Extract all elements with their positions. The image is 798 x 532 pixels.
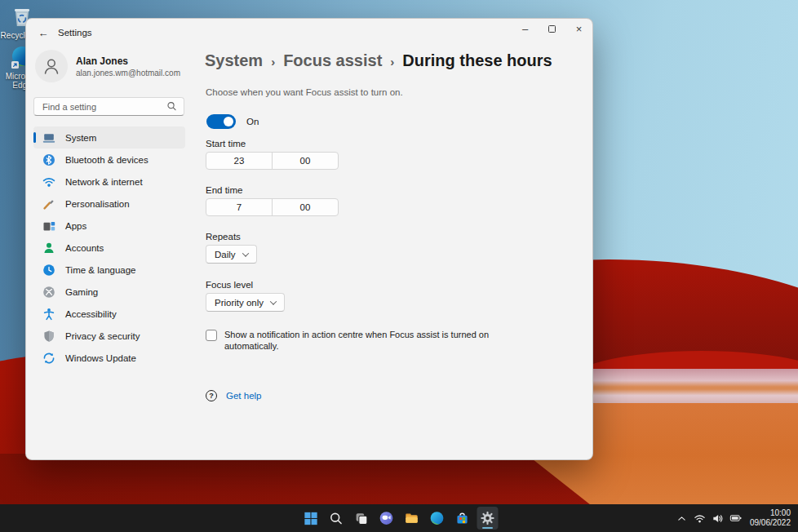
toggle-state-label: On — [246, 117, 259, 126]
sidebar-item-bluetooth-devices[interactable]: Bluetooth & devices — [33, 149, 185, 171]
tray-network-button[interactable] — [694, 512, 706, 525]
system-tray: 10:00 09/06/2022 — [676, 504, 798, 532]
active-app-indicator — [482, 527, 493, 530]
battery-icon — [729, 512, 742, 525]
repeats-dropdown[interactable]: Daily — [206, 245, 257, 264]
store-icon — [455, 511, 470, 525]
repeats-value: Daily — [215, 250, 236, 259]
sidebar-item-privacy-security[interactable]: Privacy & security — [33, 325, 185, 347]
help-icon: ? — [206, 390, 217, 401]
sidebar-item-label: Gaming — [65, 287, 98, 297]
toggle-knob — [224, 117, 233, 126]
person-icon — [42, 56, 61, 76]
task-view-icon — [354, 512, 368, 525]
end-time-hour[interactable]: 7 — [206, 199, 272, 215]
file-explorer-button[interactable] — [401, 507, 423, 530]
tray-battery-button[interactable] — [729, 512, 742, 525]
clock-time: 10:00 — [770, 508, 791, 518]
chat-button[interactable] — [376, 507, 397, 530]
sidebar-item-system[interactable]: System — [33, 126, 185, 149]
main-content: System › Focus assist › During these hou… — [205, 19, 588, 461]
search-icon — [166, 101, 177, 112]
apps-icon — [42, 219, 55, 233]
sidebar-item-windows-update[interactable]: Windows Update — [33, 347, 185, 369]
store-button[interactable] — [452, 507, 473, 530]
sidebar-item-time-language[interactable]: Time & language — [33, 259, 185, 281]
start-button[interactable] — [300, 507, 321, 530]
sidebar-item-network-internet[interactable]: Network & internet — [33, 171, 185, 193]
back-arrow-icon: ← — [38, 27, 49, 39]
sidebar-item-label: Accounts — [65, 243, 104, 253]
taskbar-center — [300, 504, 499, 532]
settings-window: ← Settings – × Alan Jones alan.jones.wm@… — [25, 18, 593, 460]
sidebar-item-label: Bluetooth & devices — [65, 155, 149, 165]
update-icon — [42, 352, 55, 365]
sidebar-item-personalisation[interactable]: Personalisation — [33, 193, 185, 215]
focus-level-label: Focus level — [206, 280, 253, 290]
breadcrumb: System › Focus assist › During these hou… — [205, 51, 552, 70]
chat-icon — [379, 511, 394, 525]
xbox-icon — [42, 286, 55, 299]
sidebar-item-label: System — [65, 133, 96, 143]
focus-level-value: Priority only — [215, 298, 264, 308]
file-explorer-icon — [405, 511, 419, 525]
sidebar-item-label: Network & internet — [65, 177, 143, 187]
search-input[interactable] — [42, 102, 166, 112]
end-time-minute[interactable]: 00 — [272, 199, 338, 215]
notification-option-row: Show a notification in action centre whe… — [206, 329, 526, 352]
tray-chevron-up-button[interactable] — [676, 512, 688, 525]
sidebar-item-label: Time & language — [65, 265, 136, 275]
accounts-icon — [42, 242, 55, 255]
breadcrumb-system[interactable]: System — [205, 51, 263, 70]
focus-level-dropdown[interactable]: Priority only — [206, 293, 285, 312]
avatar[interactable] — [35, 50, 68, 82]
chevron-down-icon — [270, 298, 277, 304]
sidebar-item-label: Apps — [65, 221, 86, 231]
bluetooth-icon — [42, 153, 55, 166]
volume-icon — [712, 512, 724, 525]
start-time-hour[interactable]: 23 — [206, 153, 272, 169]
taskbar-search-button[interactable] — [326, 507, 347, 530]
focus-toggle[interactable] — [206, 114, 236, 129]
desktop: Recycle Bin Microsoft Edge ← Settings – … — [0, 0, 798, 532]
sidebar-item-apps[interactable]: Apps — [33, 215, 185, 237]
accessibility-icon — [42, 308, 55, 321]
get-help-link[interactable]: Get help — [226, 391, 261, 401]
breadcrumb-separator: › — [271, 55, 275, 69]
edge-button[interactable] — [427, 507, 448, 530]
sidebar-item-accessibility[interactable]: Accessibility — [33, 303, 185, 325]
page-caption: Choose when you want Focus assist to tur… — [206, 87, 403, 97]
back-button[interactable]: ← — [33, 24, 53, 41]
wifi-icon — [42, 175, 55, 188]
system-icon — [42, 131, 55, 144]
sidebar-item-label: Privacy & security — [65, 331, 140, 341]
sidebar-item-gaming[interactable]: Gaming — [33, 281, 185, 303]
notification-checkbox[interactable] — [206, 330, 217, 341]
user-email: alan.jones.wm@hotmail.com — [76, 69, 180, 78]
tray-volume-button[interactable] — [712, 512, 724, 525]
chevron-up-icon — [676, 513, 687, 524]
get-help-row: ? Get help — [206, 390, 261, 401]
chevron-down-icon — [242, 250, 248, 256]
repeats-label: Repeats — [206, 232, 241, 242]
brush-icon — [42, 197, 55, 211]
sidebar-item-accounts[interactable]: Accounts — [33, 237, 185, 259]
end-time-picker: 7 00 — [206, 198, 339, 216]
end-time-label: End time — [206, 185, 242, 195]
shield-icon — [42, 330, 55, 343]
start-time-minute[interactable]: 00 — [272, 153, 338, 169]
settings-gear-icon — [481, 511, 495, 525]
clock-icon — [42, 264, 55, 277]
search-icon — [329, 512, 343, 525]
page-title: During these hours — [402, 51, 552, 70]
taskbar-clock[interactable]: 10:00 09/06/2022 — [750, 508, 791, 528]
breadcrumb-focus-assist[interactable]: Focus assist — [283, 51, 382, 70]
window-title: Settings — [58, 28, 92, 38]
settings-button[interactable] — [477, 507, 499, 530]
task-view-button[interactable] — [351, 507, 372, 530]
user-name: Alan Jones — [76, 55, 128, 67]
notification-checkbox-label: Show a notification in action centre whe… — [224, 329, 526, 352]
search-box[interactable] — [33, 97, 184, 116]
breadcrumb-separator: › — [390, 55, 394, 69]
taskbar: 10:00 09/06/2022 — [0, 504, 798, 532]
